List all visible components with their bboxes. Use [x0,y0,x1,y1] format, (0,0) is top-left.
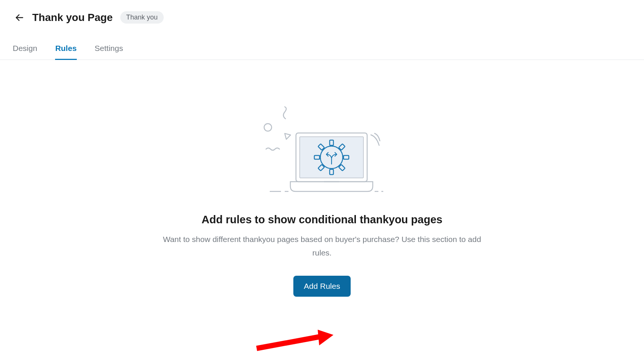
svg-line-19 [257,336,321,348]
tabs-nav: Design Rules Settings [0,39,644,60]
add-rules-button[interactable]: Add Rules [293,276,351,297]
annotation-arrow-icon [255,330,333,356]
tab-rules[interactable]: Rules [55,39,76,60]
empty-state-illustration [258,105,386,199]
page-type-badge: Thank you [120,11,164,24]
empty-state-subtext: Want to show different thankyou pages ba… [154,233,491,259]
tab-design[interactable]: Design [13,39,37,60]
svg-point-1 [264,124,272,131]
empty-state-heading: Add rules to show conditional thankyou p… [202,214,442,226]
svg-marker-20 [318,330,333,345]
empty-state: Add rules to show conditional thankyou p… [0,60,644,297]
back-arrow-icon [15,13,24,22]
page-title: Thank you Page [32,12,113,24]
page-header: Thank you Page Thank you [0,0,644,31]
back-button[interactable] [14,12,25,23]
tab-settings[interactable]: Settings [95,39,123,60]
